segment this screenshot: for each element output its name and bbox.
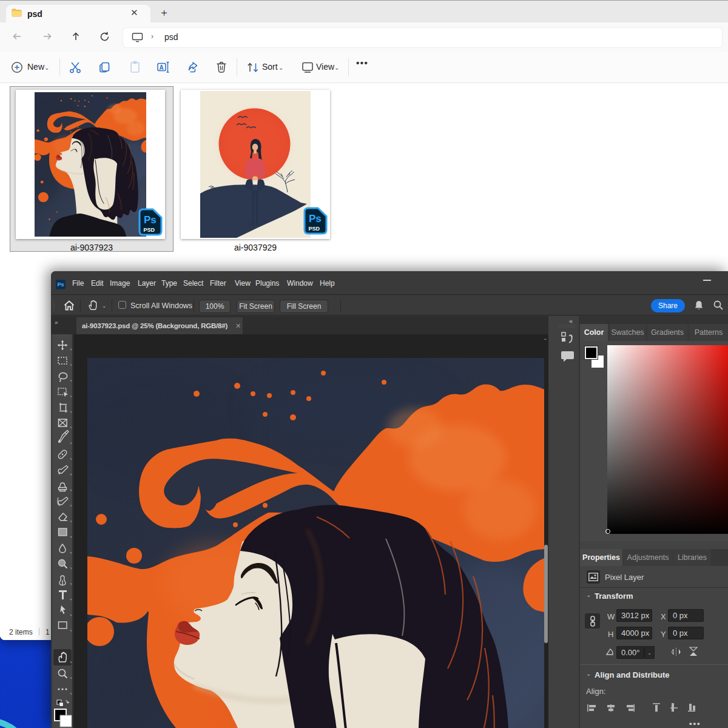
svg-text:A: A xyxy=(160,64,164,71)
